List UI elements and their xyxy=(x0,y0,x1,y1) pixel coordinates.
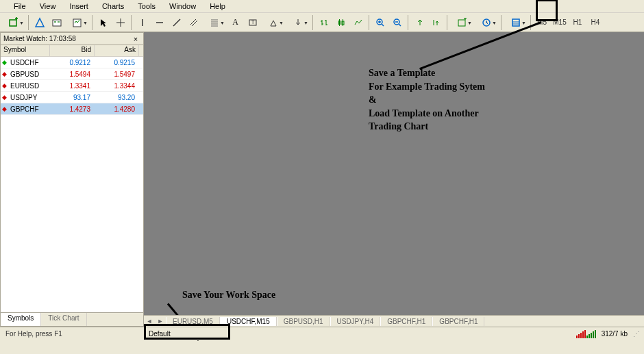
svg-rect-11 xyxy=(458,20,465,26)
market-watch-title: Market Watch: 17:03:58 xyxy=(3,35,76,42)
menu-view[interactable]: View xyxy=(33,1,63,12)
col-symbol[interactable]: Symbol xyxy=(1,45,50,56)
menu-file[interactable]: File xyxy=(7,1,33,12)
connection-bars-icon xyxy=(576,330,596,338)
market-watch-header: Symbol Bid Ask xyxy=(1,45,143,57)
ask-price: 1.5497 xyxy=(95,71,139,78)
candlestick-button[interactable] xyxy=(333,14,349,30)
direction-icon: ◆ xyxy=(1,71,9,77)
tab-tick-chart[interactable]: Tick Chart xyxy=(41,313,86,326)
bid-price: 0.9212 xyxy=(50,59,95,66)
chart-area[interactable]: Save a TemplateFor Example Trading Sytem… xyxy=(144,32,644,327)
market-watch-row[interactable]: ◆ GBPCHF 1.4273 1.4280 xyxy=(1,103,143,115)
status-help: For Help, press F1 xyxy=(0,330,144,338)
ask-price: 1.4280 xyxy=(95,105,139,113)
metaquotes-button[interactable] xyxy=(32,14,47,30)
fibonacci-button[interactable]: ▼ xyxy=(203,14,226,30)
market-watch-panel: Market Watch: 17:03:58 × Symbol Bid Ask … xyxy=(0,32,144,327)
menu-charts[interactable]: Charts xyxy=(95,1,131,12)
ask-price: 1.3344 xyxy=(95,82,139,90)
symbol-name: USDCHF xyxy=(9,59,50,66)
svg-rect-1 xyxy=(53,20,61,26)
crosshair-button[interactable] xyxy=(112,14,128,30)
tab-symbols[interactable]: Symbols xyxy=(1,313,41,326)
zoom-in-button[interactable] xyxy=(372,14,388,30)
status-traffic: 312/7 kb xyxy=(602,330,628,338)
ask-price: 93.20 xyxy=(95,94,139,101)
expert-advisor-button[interactable] xyxy=(49,14,64,30)
line-chart-button[interactable] xyxy=(350,14,366,30)
bid-price: 1.3341 xyxy=(50,82,95,90)
timeframe-h1[interactable]: H1 xyxy=(569,15,586,30)
zoom-out-button[interactable] xyxy=(389,14,405,30)
auto-scroll-button[interactable] xyxy=(411,14,427,30)
chart-shift-button[interactable] xyxy=(428,14,444,30)
symbol-name: EURUSD xyxy=(9,82,50,90)
ask-price: 0.9215 xyxy=(95,59,139,66)
indicators-button[interactable]: ▼ xyxy=(450,14,473,30)
status-bar: For Help, press F1 Default 312/7 kb ⋰ xyxy=(0,327,644,340)
market-watch-row[interactable]: ◆ USDJPY 93.17 93.20 xyxy=(1,92,143,103)
chart-tab[interactable]: GBPCHF,H1 xyxy=(380,317,432,326)
new-order-button[interactable]: ▼ xyxy=(2,14,25,30)
arrows-button[interactable]: ▼ xyxy=(286,14,310,30)
bid-price: 93.17 xyxy=(50,94,95,101)
svg-rect-4 xyxy=(73,19,81,27)
trendline-button[interactable] xyxy=(169,14,184,30)
bid-price: 1.4273 xyxy=(50,105,95,113)
resize-grip-icon[interactable]: ⋰ xyxy=(633,330,640,338)
svg-rect-2 xyxy=(54,21,56,23)
text-button[interactable]: A xyxy=(227,14,243,30)
menu-insert[interactable]: Insert xyxy=(62,1,95,12)
market-watch-row[interactable]: ◆ GBPUSD 1.5494 1.5497 xyxy=(1,68,143,80)
menu-tools[interactable]: Tools xyxy=(131,1,162,12)
chart-tab[interactable]: GBPCHF,H1 xyxy=(432,317,484,326)
svg-rect-13 xyxy=(512,19,519,26)
chart-tab[interactable]: GBPUSD,H1 xyxy=(277,317,330,326)
market-watch-row[interactable]: ◆ EURUSD 1.3341 1.3344 xyxy=(1,80,143,92)
menu-help[interactable]: Help xyxy=(203,1,232,12)
new-chart-button[interactable]: ▼ xyxy=(66,14,89,30)
bar-chart-button[interactable] xyxy=(316,14,332,30)
market-watch-row[interactable]: ◆ USDCHF 0.9212 0.9215 xyxy=(1,57,143,68)
svg-rect-3 xyxy=(58,21,60,23)
annotation-workspace-text: Save Your Work Space xyxy=(182,290,275,301)
annotation-highlight-template xyxy=(536,0,558,21)
text-label-button[interactable]: T xyxy=(245,14,260,30)
direction-icon: ◆ xyxy=(1,94,9,101)
direction-icon: ◆ xyxy=(1,82,9,89)
bid-price: 1.5494 xyxy=(50,71,95,78)
svg-text:T: T xyxy=(251,20,255,25)
vertical-line-button[interactable] xyxy=(134,14,150,30)
cursor-button[interactable] xyxy=(95,14,111,30)
col-bid[interactable]: Bid xyxy=(50,45,95,56)
annotation-template-text: Save a TemplateFor Example Trading Sytem… xyxy=(369,66,485,134)
horizontal-line-button[interactable] xyxy=(151,14,167,30)
symbol-name: GBPUSD xyxy=(9,71,50,78)
col-ask[interactable]: Ask xyxy=(95,45,139,56)
timeframe-h4[interactable]: H4 xyxy=(587,15,604,30)
shapes-button[interactable]: ▼ xyxy=(262,14,285,30)
annotation-highlight-profile xyxy=(144,324,230,340)
menu-window[interactable]: Window xyxy=(162,1,203,12)
symbol-name: USDJPY xyxy=(9,94,50,101)
svg-rect-0 xyxy=(10,20,16,26)
close-icon[interactable]: × xyxy=(131,34,140,44)
direction-icon: ◆ xyxy=(1,59,9,66)
symbol-name: GBPCHF xyxy=(9,105,50,113)
chart-tab[interactable]: USDJPY,H4 xyxy=(330,317,381,326)
periodicity-button[interactable]: ▼ xyxy=(475,14,498,30)
channel-button[interactable] xyxy=(186,14,201,30)
direction-icon: ◆ xyxy=(1,105,9,112)
